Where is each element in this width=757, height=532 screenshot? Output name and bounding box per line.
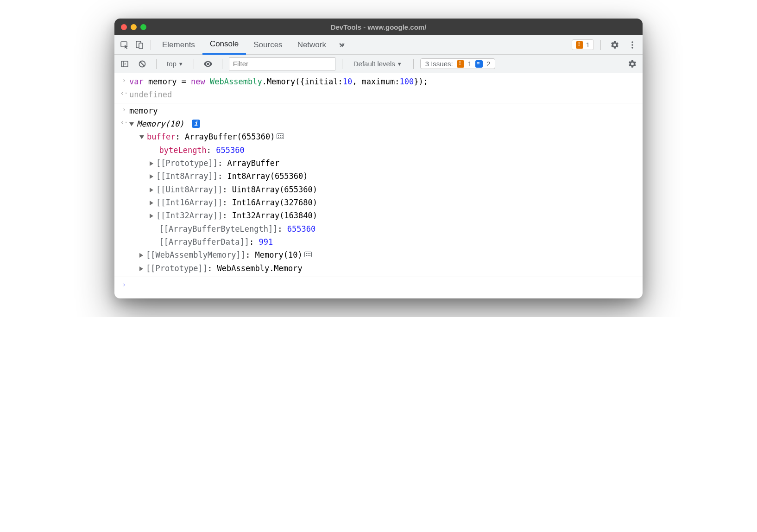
live-expression-icon[interactable] xyxy=(201,57,215,71)
divider xyxy=(413,59,414,69)
console-toolbar: top ▼ Default levels ▼ 3 Issues: 1 2 xyxy=(114,55,643,73)
kebab-menu-icon[interactable] xyxy=(625,38,640,52)
clear-console-icon[interactable] xyxy=(135,57,150,71)
divider xyxy=(342,59,342,69)
warnings-count: 1 xyxy=(586,41,590,49)
svg-point-4 xyxy=(631,44,633,46)
expand-toggle[interactable] xyxy=(150,201,153,205)
console-input-row[interactable]: › memory xyxy=(114,104,643,117)
divider xyxy=(502,59,502,69)
object-property-row[interactable]: [[ArrayBufferByteLength]]: 655360 xyxy=(114,222,643,235)
device-toolbar-icon[interactable] xyxy=(132,38,147,52)
object-property-row[interactable]: [[Prototype]]: ArrayBuffer xyxy=(114,157,643,170)
expand-toggle[interactable] xyxy=(129,122,134,126)
issues-warn-count: 1 xyxy=(468,60,472,68)
toggle-sidebar-icon[interactable] xyxy=(117,57,132,71)
console-body: › var memory = new WebAssembly.Memory({i… xyxy=(114,73,643,298)
info-icon xyxy=(475,60,483,68)
more-tabs-icon[interactable]: » xyxy=(334,38,348,52)
maximize-window-button[interactable] xyxy=(140,24,146,30)
issues-label: 3 Issues: xyxy=(425,60,453,68)
object-property-row[interactable]: [[Int8Array]]: Int8Array(655360) xyxy=(114,170,643,183)
tab-console[interactable]: Console xyxy=(202,35,246,55)
input-prompt-icon: › xyxy=(119,105,129,117)
object-header[interactable]: Memory(10) xyxy=(137,119,184,128)
devtools-window: DevTools - www.google.com/ Elements Cons… xyxy=(114,19,643,298)
divider xyxy=(600,40,601,50)
close-window-button[interactable] xyxy=(121,24,127,30)
tab-network[interactable]: Network xyxy=(290,35,334,55)
object-property-row[interactable]: [[ArrayBufferData]]: 991 xyxy=(114,235,643,248)
window-title: DevTools - www.google.com/ xyxy=(114,23,643,31)
svg-point-3 xyxy=(631,41,633,43)
divider xyxy=(194,59,194,69)
object-property-row[interactable]: [[Int32Array]]: Int32Array(163840) xyxy=(114,209,643,222)
expand-toggle[interactable] xyxy=(150,214,153,218)
warnings-badge[interactable]: 1 xyxy=(572,39,594,50)
warning-icon xyxy=(576,41,583,49)
context-selector[interactable]: top ▼ xyxy=(163,58,187,69)
expand-toggle[interactable] xyxy=(150,174,153,179)
issues-info-count: 2 xyxy=(486,60,490,68)
expand-toggle[interactable] xyxy=(150,188,153,192)
memory-inspector-icon[interactable] xyxy=(277,133,284,139)
input-prompt-icon: › xyxy=(119,76,129,88)
memory-inspector-icon[interactable] xyxy=(304,252,312,257)
console-output-row: ‹· undefined xyxy=(114,88,643,103)
console-output-row: ‹· Memory(10) i xyxy=(114,117,643,130)
divider xyxy=(222,59,222,69)
object-property-row[interactable]: [[Uint8Array]]: Uint8Array(655360) xyxy=(114,183,643,196)
settings-icon[interactable] xyxy=(607,38,622,52)
minimize-window-button[interactable] xyxy=(131,24,137,30)
inspect-element-icon[interactable] xyxy=(117,38,132,52)
traffic-lights xyxy=(121,24,146,30)
divider xyxy=(156,59,157,69)
output-undefined: undefined xyxy=(129,89,638,101)
console-settings-icon[interactable] xyxy=(625,57,640,71)
expand-toggle[interactable] xyxy=(139,266,143,271)
console-prompt[interactable]: › xyxy=(114,277,643,297)
expand-toggle[interactable] xyxy=(150,161,153,166)
tab-elements[interactable]: Elements xyxy=(155,35,202,55)
object-property-row[interactable]: byteLength: 655360 xyxy=(114,144,643,157)
object-property-row[interactable]: [[Prototype]]: WebAssembly.Memory xyxy=(114,262,643,275)
output-icon: ‹· xyxy=(119,89,129,101)
svg-rect-2 xyxy=(139,43,143,49)
panel-tabbar: Elements Console Sources Network » 1 xyxy=(114,35,643,55)
log-levels-dropdown[interactable]: Default levels ▼ xyxy=(349,60,407,68)
output-icon: ‹· xyxy=(119,118,129,130)
svg-point-5 xyxy=(631,47,633,49)
prompt-icon: › xyxy=(119,280,129,290)
expand-toggle[interactable] xyxy=(139,135,144,139)
console-input-row[interactable]: › var memory = new WebAssembly.Memory({i… xyxy=(114,75,643,88)
expand-toggle[interactable] xyxy=(139,253,143,258)
warning-icon xyxy=(457,60,464,68)
issues-badge[interactable]: 3 Issues: 1 2 xyxy=(420,58,496,69)
object-property-row[interactable]: [[Int16Array]]: Int16Array(327680) xyxy=(114,196,643,209)
filter-input[interactable] xyxy=(229,57,335,70)
object-property-row[interactable]: [[WebAssemblyMemory]]: Memory(10) xyxy=(114,248,643,261)
divider xyxy=(151,40,151,50)
tab-sources[interactable]: Sources xyxy=(246,35,290,55)
object-property-row[interactable]: buffer: ArrayBuffer(655360) xyxy=(114,130,643,143)
info-badge-icon[interactable]: i xyxy=(192,120,200,128)
titlebar: DevTools - www.google.com/ xyxy=(114,19,643,35)
input-text: memory xyxy=(129,105,638,117)
